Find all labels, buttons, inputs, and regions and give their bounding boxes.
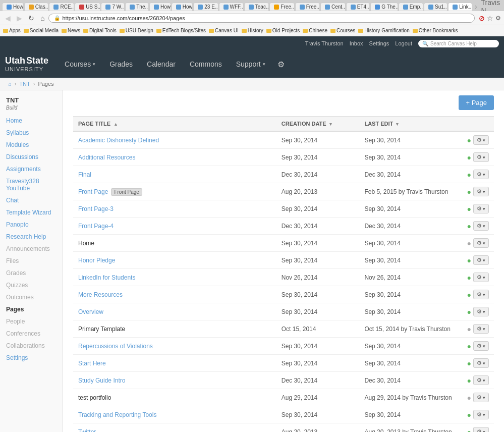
tab-how2[interactable]: How [149, 3, 171, 11]
nav-courses[interactable]: Courses ▾ [59, 56, 101, 72]
page-title-link[interactable]: Repercussions of Violations [78, 343, 153, 350]
username-link[interactable]: Travis Thurston [305, 40, 344, 46]
col-header-created[interactable]: CREATION DATE ▾ [276, 117, 360, 132]
bookmark-star[interactable]: ☆ [487, 14, 493, 22]
page-gear-button[interactable]: ⚙ ▾ [473, 358, 489, 368]
add-page-button[interactable]: + Page [459, 95, 494, 110]
reload-button[interactable]: ↻ [26, 13, 36, 23]
page-gear-button[interactable]: ⚙ ▾ [473, 375, 489, 385]
nav-support[interactable]: Support ▾ [230, 56, 271, 72]
tab-free2[interactable]: Free... [295, 3, 320, 11]
page-gear-button[interactable]: ⚙ ▾ [473, 187, 489, 196]
tab-wff[interactable]: WFF... [219, 3, 244, 11]
publish-status-icon[interactable]: ● [467, 376, 471, 385]
sidebar-item-chat[interactable]: Chat [0, 194, 63, 206]
tab-gthe[interactable]: G The... [370, 3, 398, 11]
tab-how[interactable]: How [2, 3, 24, 11]
page-gear-button[interactable]: ⚙ ▾ [473, 135, 489, 145]
page-gear-button[interactable]: ⚙ ▾ [473, 204, 489, 213]
canvas-search-box[interactable]: 🔍 Search Canvas Help [418, 40, 499, 47]
tab-free1[interactable]: Free... [269, 3, 294, 11]
sidebar-item-assignments[interactable]: Assignments [0, 163, 63, 175]
bm-chinese[interactable]: Chinese [303, 28, 327, 33]
page-gear-button[interactable]: ⚙ ▾ [473, 273, 489, 282]
tab-23e[interactable]: 23 E... [193, 3, 218, 11]
bm-news[interactable]: News [62, 28, 80, 33]
breadcrumb-tnt[interactable]: TNT [19, 81, 30, 87]
bm-usu[interactable]: USU Design [120, 28, 153, 33]
page-title-link[interactable]: Front Page-4 [78, 223, 114, 230]
tab-us[interactable]: US S... [75, 3, 100, 11]
tab-su1[interactable]: Su1... [424, 3, 447, 11]
forward-button[interactable]: ▶ [15, 13, 24, 23]
publish-status-icon[interactable]: ● [467, 308, 471, 316]
logout-link[interactable]: Logout [395, 40, 412, 46]
tab-emp[interactable]: Emp... [399, 3, 423, 11]
publish-status-icon[interactable]: ● [467, 342, 471, 350]
bm-canvas[interactable]: Canvas UI [209, 28, 239, 33]
page-title-link[interactable]: Tracking and Reporting Tools [78, 411, 156, 418]
bm-oldprojects[interactable]: Old Projects [266, 28, 300, 33]
extensions-icon[interactable]: ⚙ [495, 15, 501, 22]
breadcrumb-home[interactable]: ⌂ [8, 81, 12, 87]
page-gear-button[interactable]: ⚙ ▾ [473, 341, 489, 351]
bm-courses[interactable]: Courses [330, 28, 355, 33]
tab-overflow[interactable]: › [473, 3, 479, 11]
page-title-link[interactable]: LinkedIn for Students [78, 274, 135, 281]
page-gear-button[interactable]: ⚙ ▾ [473, 307, 489, 316]
back-button[interactable]: ◀ [3, 13, 13, 23]
sidebar-item-travesty[interactable]: Travesty328 YouTube [0, 175, 63, 194]
address-bar[interactable]: 🔒 https://usu.instructure.com/courses/26… [48, 14, 475, 23]
nav-calendar[interactable]: Calendar [141, 56, 182, 72]
page-gear-button[interactable]: ⚙ ▾ [473, 221, 489, 231]
sidebar-item-pages[interactable]: Pages [0, 303, 63, 315]
publish-status-icon[interactable]: ● [467, 136, 471, 144]
tab-et4[interactable]: ET4... [346, 3, 370, 11]
publish-status-icon[interactable]: ● [467, 222, 471, 230]
page-gear-button[interactable]: ⚙ ▾ [473, 290, 489, 299]
page-gear-button[interactable]: ⚙ ▾ [473, 410, 489, 419]
page-gear-button[interactable]: ⚙ ▾ [473, 152, 489, 162]
tab-link[interactable]: Link... [448, 3, 472, 11]
tab-cent[interactable]: Cent... [320, 3, 346, 11]
publish-status-icon[interactable]: ● [467, 239, 471, 247]
publish-status-icon[interactable]: ● [467, 171, 471, 179]
tab-rce[interactable]: RCE... [49, 3, 74, 11]
bm-digital[interactable]: Digital Tools [83, 28, 117, 33]
publish-status-icon[interactable]: ● [467, 188, 471, 196]
page-title-link[interactable]: Front Page [78, 188, 108, 195]
bm-histgam[interactable]: History Gamification [358, 28, 409, 33]
travis-n[interactable]: Travis N. [481, 0, 502, 11]
page-title-link[interactable]: Start Here [78, 360, 106, 367]
settings-link[interactable]: Settings [369, 40, 389, 46]
page-title-link[interactable]: Study Guide Intro [78, 377, 125, 384]
bm-edtech[interactable]: EdTech Blogs/Sites [156, 28, 206, 33]
nav-commons[interactable]: Commons [184, 56, 228, 72]
publish-status-icon[interactable]: ● [467, 359, 471, 367]
tab-clas[interactable]: Clas... [24, 3, 49, 11]
tab-teac[interactable]: Teac... [244, 3, 269, 11]
publish-status-icon[interactable]: ● [467, 291, 471, 299]
sidebar-item-research[interactable]: Research Help [0, 231, 63, 243]
sidebar-item-template-wizard[interactable]: Template Wizard [0, 206, 63, 219]
page-title-link[interactable]: More Resources [78, 291, 123, 298]
bm-apps[interactable]: Apps [3, 28, 21, 33]
publish-status-icon[interactable]: ● [467, 325, 471, 333]
tab-7w[interactable]: 7 W... [101, 3, 125, 11]
sidebar-item-discussions[interactable]: Discussions [0, 151, 63, 163]
page-gear-button[interactable]: ⚙ ▾ [473, 427, 489, 432]
bm-other[interactable]: Other Bookmarks [413, 28, 458, 33]
sidebar-item-settings[interactable]: Settings [0, 352, 63, 364]
page-gear-button[interactable]: ⚙ ▾ [473, 393, 489, 402]
publish-status-icon[interactable]: ● [467, 274, 471, 282]
page-title-link[interactable]: Academic Dishonesty Defined [78, 137, 159, 144]
sidebar-item-panopto[interactable]: Panopto [0, 219, 63, 231]
publish-status-icon[interactable]: ● [467, 411, 471, 419]
home-button[interactable]: ⌂ [38, 13, 46, 23]
publish-status-icon[interactable]: ● [467, 153, 471, 161]
sidebar-item-home[interactable]: Home [0, 115, 63, 127]
page-title-link[interactable]: Final [78, 171, 91, 178]
page-title-link[interactable]: Additional Resources [78, 154, 135, 161]
bm-history[interactable]: History [242, 28, 263, 33]
page-gear-button[interactable]: ⚙ ▾ [473, 255, 489, 265]
